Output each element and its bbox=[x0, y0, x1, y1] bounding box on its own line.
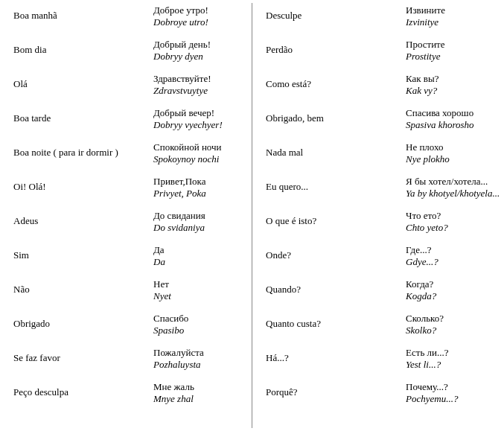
phrase-cyrillic: Нет bbox=[153, 278, 252, 290]
phrase-definitions: Сколько? Skolko? bbox=[406, 313, 504, 336]
phrase-definitions: Спокойной ночи Spokoynoy nochi bbox=[153, 141, 252, 165]
phrase-term: Se faz favor bbox=[13, 347, 153, 364]
phrase-row: Desculpe Извините Izvinitye bbox=[266, 4, 504, 28]
phrase-row: Eu quero... Я бы хотел/хотела... Ya by k… bbox=[266, 176, 504, 199]
phrase-transliteration: Prostitye bbox=[406, 51, 504, 63]
phrase-cyrillic: Есть ли...? bbox=[406, 347, 504, 359]
phrase-row: Não Нет Nyet bbox=[13, 278, 252, 302]
phrase-term: Bom dia bbox=[13, 39, 153, 56]
phrase-term: Boa tarde bbox=[13, 107, 153, 124]
phrase-definitions: Я бы хотел/хотела... Ya by khotyel/khoty… bbox=[406, 176, 504, 199]
phrase-row: Obrigado Спасибо Spasibo bbox=[13, 313, 252, 336]
phrase-transliteration: Kak vy? bbox=[406, 85, 504, 97]
right-column: Desculpe Извините Izvinitye Perdão Прост… bbox=[252, 0, 504, 431]
phrase-definitions: До свидания Do svidaniya bbox=[153, 210, 252, 234]
phrase-definitions: Добрый вечер! Dobryy vyechyer! bbox=[153, 107, 252, 131]
phrase-term: Peço desculpa bbox=[13, 381, 153, 398]
phrase-term: Quanto custa? bbox=[266, 313, 406, 330]
phrase-definitions: Доброе утро! Dobroye utro! bbox=[153, 4, 252, 28]
phrase-transliteration: Spasiva khorosho bbox=[406, 119, 504, 131]
phrase-term: O que é isto? bbox=[266, 210, 406, 227]
phrase-transliteration: Pozhaluysta bbox=[153, 359, 252, 371]
phrase-row: Se faz favor Пожалуйста Pozhaluysta bbox=[13, 347, 252, 371]
phrase-definitions: Спасибо Spasibo bbox=[153, 313, 252, 336]
phrase-transliteration: Nye plokho bbox=[406, 153, 504, 165]
phrase-row: O que é isto? Что ето? Chto yeto? bbox=[266, 210, 504, 234]
phrase-cyrillic: Спасибо bbox=[153, 313, 252, 325]
phrase-transliteration: Da bbox=[153, 256, 252, 268]
phrase-term: Oi! Olá! bbox=[13, 176, 153, 193]
phrase-term: Boa noite ( para ir dormir ) bbox=[13, 141, 153, 159]
phrase-cyrillic: Мне жаль bbox=[153, 381, 252, 393]
phrase-cyrillic: Почему...? bbox=[406, 381, 504, 393]
phrase-row: Boa tarde Добрый вечер! Dobryy vyechyer! bbox=[13, 107, 252, 131]
left-column: Boa manhã Доброе утро! Dobroye utro! Bom… bbox=[0, 0, 252, 431]
phrase-term: Há...? bbox=[266, 347, 406, 364]
phrase-term: Sim bbox=[13, 244, 153, 261]
phrase-term: Quando? bbox=[266, 278, 406, 296]
phrase-definitions: Не плохо Nye plokho bbox=[406, 141, 504, 165]
phrase-transliteration: Nyet bbox=[153, 290, 252, 302]
phrase-cyrillic: Что ето? bbox=[406, 210, 504, 222]
phrase-transliteration: Dobroye utro! bbox=[153, 16, 252, 28]
phrase-cyrillic: Простите bbox=[406, 39, 504, 51]
phrase-definitions: Есть ли...? Yest li...? bbox=[406, 347, 504, 371]
phrase-cyrillic: Добрый день! bbox=[153, 39, 252, 51]
phrase-definitions: Как вы? Kak vy? bbox=[406, 73, 504, 97]
phrase-term: Perdão bbox=[266, 39, 406, 56]
phrase-transliteration: Gdye...? bbox=[406, 256, 504, 268]
phrase-cyrillic: Спасива хорошо bbox=[406, 107, 504, 119]
phrase-cyrillic: Сколько? bbox=[406, 313, 504, 325]
phrase-transliteration: Pochyemu...? bbox=[406, 393, 504, 405]
page-wrap: Boa manhã Доброе утро! Dobroye utro! Bom… bbox=[0, 0, 504, 431]
phrase-definitions: Здравствуйте! Zdravstvuytye bbox=[153, 73, 252, 97]
phrase-definitions: Почему...? Pochyemu...? bbox=[406, 381, 504, 405]
phrase-row: Há...? Есть ли...? Yest li...? bbox=[266, 347, 504, 371]
phrase-transliteration: Zdravstvuytye bbox=[153, 85, 252, 97]
phrase-transliteration: Ya by khotyel/khotyela... bbox=[406, 188, 504, 199]
phrase-definitions: Где...? Gdye...? bbox=[406, 244, 504, 268]
phrase-cyrillic: Не плохо bbox=[406, 141, 504, 153]
phrase-definitions: Спасива хорошо Spasiva khorosho bbox=[406, 107, 504, 131]
phrase-cyrillic: Где...? bbox=[406, 244, 504, 256]
phrase-cyrillic: Когда? bbox=[406, 278, 504, 290]
phrase-row: Oi! Olá! Привет,Пока Privyet, Poka bbox=[13, 176, 252, 199]
phrase-cyrillic: Добрый вечер! bbox=[153, 107, 252, 119]
phrase-definitions: Нет Nyet bbox=[153, 278, 252, 302]
phrase-row: Bom dia Добрый день! Dobryy dyen bbox=[13, 39, 252, 63]
phrase-transliteration: Yest li...? bbox=[406, 359, 504, 371]
phrase-cyrillic: Пожалуйста bbox=[153, 347, 252, 359]
phrase-cyrillic: Привет,Пока bbox=[153, 176, 252, 188]
phrase-row: Quando? Когда? Kogda? bbox=[266, 278, 504, 302]
phrase-row: Porquê? Почему...? Pochyemu...? bbox=[266, 381, 504, 405]
phrase-definitions: Добрый день! Dobryy dyen bbox=[153, 39, 252, 63]
phrase-cyrillic: Здравствуйте! bbox=[153, 73, 252, 85]
phrase-definitions: Извините Izvinitye bbox=[406, 4, 504, 28]
phrase-row: Perdão Простите Prostitye bbox=[266, 39, 504, 63]
phrase-row: Boa noite ( para ir dormir ) Спокойной н… bbox=[13, 141, 252, 165]
phrase-transliteration: Skolko? bbox=[406, 325, 504, 336]
phrase-cyrillic: Извините bbox=[406, 4, 504, 16]
phrase-transliteration: Spokoynoy nochi bbox=[153, 153, 252, 165]
phrase-term: Boa manhã bbox=[13, 4, 153, 22]
phrase-term: Adeus bbox=[13, 210, 153, 227]
phrase-transliteration: Chto yeto? bbox=[406, 222, 504, 234]
phrase-transliteration: Izvinitye bbox=[406, 16, 504, 28]
phrase-term: Nada mal bbox=[266, 141, 406, 159]
phrase-definitions: Когда? Kogda? bbox=[406, 278, 504, 302]
phrase-row: Peço desculpa Мне жаль Mnye zhal bbox=[13, 381, 252, 405]
phrase-row: Onde? Где...? Gdye...? bbox=[266, 244, 504, 268]
phrase-definitions: Простите Prostitye bbox=[406, 39, 504, 63]
phrase-cyrillic: Да bbox=[153, 244, 252, 256]
phrase-definitions: Привет,Пока Privyet, Poka bbox=[153, 176, 252, 199]
phrase-term: Não bbox=[13, 278, 153, 296]
phrase-term: Onde? bbox=[266, 244, 406, 261]
phrase-term: Obrigado, bem bbox=[266, 107, 406, 124]
phrase-term: Obrigado bbox=[13, 313, 153, 330]
phrase-row: Boa manhã Доброе утро! Dobroye utro! bbox=[13, 4, 252, 28]
phrase-definitions: Пожалуйста Pozhaluysta bbox=[153, 347, 252, 371]
phrase-row: Olá Здравствуйте! Zdravstvuytye bbox=[13, 73, 252, 97]
phrase-transliteration: Dobryy vyechyer! bbox=[153, 119, 252, 131]
phrase-transliteration: Dobryy dyen bbox=[153, 51, 252, 63]
phrase-cyrillic: До свидания bbox=[153, 210, 252, 222]
